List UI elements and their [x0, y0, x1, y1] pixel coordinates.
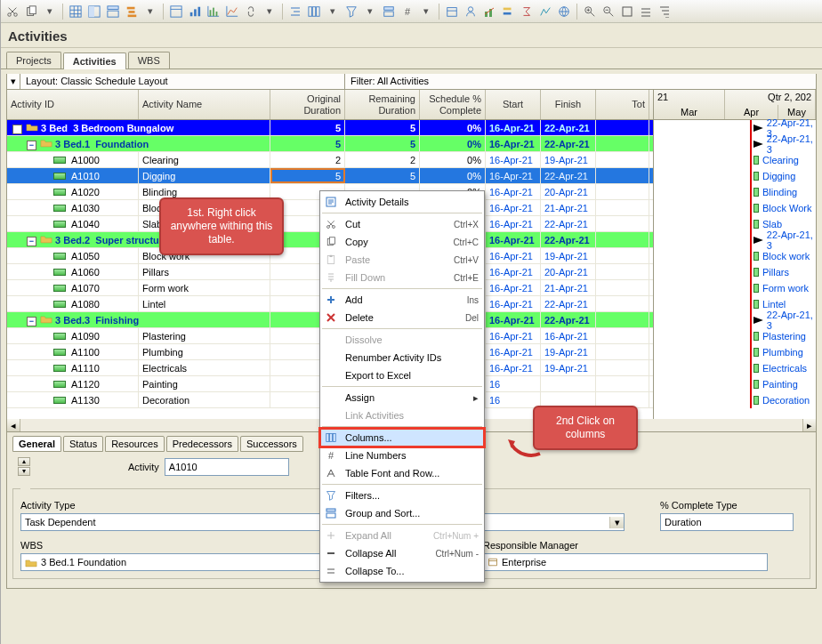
- table-icon[interactable]: [168, 4, 184, 20]
- ctx-delete[interactable]: DeleteDel: [320, 309, 484, 326]
- globe-icon[interactable]: [556, 4, 572, 20]
- col-activity-name[interactable]: Activity Name: [139, 90, 270, 119]
- activity-bar[interactable]: [754, 188, 759, 197]
- histogram-icon[interactable]: [206, 4, 222, 20]
- line-chart-icon[interactable]: [224, 4, 240, 20]
- ctx-group-sort[interactable]: Group and Sort...: [320, 504, 484, 522]
- columns-icon[interactable]: [306, 4, 322, 20]
- gantt-row[interactable]: 22-Apr-21, 3: [654, 136, 816, 152]
- gantt-row[interactable]: Blinding: [654, 184, 816, 200]
- col-remaining-duration[interactable]: Remaining Duration: [345, 90, 420, 119]
- layout-name[interactable]: Layout: Classic Schedule Layout: [20, 74, 345, 89]
- gantt-row[interactable]: Electricals: [654, 360, 816, 376]
- chart-overlay-icon[interactable]: [481, 4, 497, 20]
- barchart-icon[interactable]: [187, 4, 203, 20]
- col-original-duration[interactable]: Original Duration: [270, 90, 345, 119]
- resources-icon[interactable]: [463, 4, 479, 20]
- tab-resources[interactable]: Resources: [105, 436, 165, 452]
- prev-activity-icon[interactable]: ▴: [18, 457, 30, 466]
- copy-icon[interactable]: [23, 4, 39, 20]
- indent-icon[interactable]: [287, 4, 303, 20]
- gantt-row[interactable]: Block Work: [654, 200, 816, 216]
- calendar-icon[interactable]: [444, 4, 460, 20]
- ctx-paste[interactable]: PasteCtrl+V: [320, 251, 484, 269]
- gantt-row[interactable]: Plastering: [654, 328, 816, 344]
- sigma-icon[interactable]: [519, 4, 535, 20]
- resp-mgr-field[interactable]: Enterprise: [483, 553, 768, 571]
- gantt-row[interactable]: Decoration: [654, 392, 816, 408]
- context-menu[interactable]: Activity Details CutCtrl+X CopyCtrl+C Pa…: [319, 190, 485, 583]
- col-schedule-pct[interactable]: Schedule % Complete: [420, 90, 486, 119]
- gantt-row[interactable]: 22-Apr-21, 3: [654, 232, 816, 248]
- grid-icon[interactable]: [68, 4, 84, 20]
- expand-icon[interactable]: [657, 4, 673, 20]
- tab-activities[interactable]: Activities: [63, 52, 126, 69]
- chevron-down-icon[interactable]: ▾: [7, 74, 20, 89]
- ctx-cut[interactable]: CutCtrl+X: [320, 215, 484, 233]
- ctx-renumber[interactable]: Renumber Activity IDs: [320, 349, 484, 366]
- scroll-left-icon[interactable]: ◂: [7, 419, 20, 431]
- group-icon[interactable]: [381, 4, 397, 20]
- hash-icon[interactable]: #: [399, 4, 415, 20]
- activity-id-field[interactable]: A1010: [165, 458, 289, 476]
- activity-bar[interactable]: [754, 268, 759, 277]
- ctx-columns[interactable]: Columns...: [320, 429, 484, 447]
- baseline-icon[interactable]: [500, 4, 516, 20]
- gantt-row[interactable]: Form work: [654, 280, 816, 296]
- ctx-activity-details[interactable]: Activity Details: [320, 193, 484, 211]
- ctx-export-excel[interactable]: Export to Excel: [320, 366, 484, 384]
- activity-bar[interactable]: [754, 156, 759, 165]
- activity-bar[interactable]: [754, 220, 759, 229]
- activity-bar[interactable]: [754, 172, 759, 181]
- ctx-fill-down[interactable]: Fill DownCtrl+E: [320, 269, 484, 286]
- ctx-expand-all[interactable]: Expand AllCtrl+Num +: [320, 527, 484, 544]
- gantt-icon[interactable]: [124, 4, 140, 20]
- activity-bar[interactable]: [754, 332, 759, 341]
- gantt-row[interactable]: Digging: [654, 168, 816, 184]
- table-row[interactable]: A1000Clearing220%16-Apr-2119-Apr-21: [7, 152, 653, 168]
- ctx-copy[interactable]: CopyCtrl+C: [320, 233, 484, 251]
- activity-bar[interactable]: [754, 204, 759, 213]
- activity-bar[interactable]: [754, 300, 759, 309]
- tab-wbs[interactable]: WBS: [128, 52, 170, 68]
- activity-bar[interactable]: [754, 252, 759, 261]
- chevron-down-icon[interactable]: ▾: [418, 4, 434, 20]
- activity-bar[interactable]: [754, 364, 759, 373]
- ctx-link-activities[interactable]: Link Activities: [320, 407, 484, 424]
- tab-status[interactable]: Status: [63, 436, 103, 452]
- ctx-collapse-all[interactable]: Collapse AllCtrl+Num -: [320, 544, 484, 562]
- table-row[interactable]: − 3 Bed.1 Foundation550%16-Apr-2122-Apr-…: [7, 136, 653, 152]
- next-activity-icon[interactable]: ▾: [18, 467, 30, 476]
- gantt-row[interactable]: Plumbing: [654, 344, 816, 360]
- fit-icon[interactable]: [619, 4, 635, 20]
- link-icon[interactable]: [243, 4, 259, 20]
- ctx-filters[interactable]: Filters...: [320, 487, 484, 504]
- col-activity-id[interactable]: Activity ID: [7, 90, 139, 119]
- ctx-table-font[interactable]: Table Font and Row...: [320, 464, 484, 482]
- gantt-body[interactable]: 22-Apr-21, 322-Apr-21, 3ClearingDiggingB…: [654, 120, 816, 408]
- tab-projects[interactable]: Projects: [6, 52, 61, 68]
- tab-general[interactable]: General: [12, 436, 61, 452]
- gantt-row[interactable]: 22-Apr-21, 3: [654, 312, 816, 328]
- gantt-row[interactable]: Painting: [654, 376, 816, 392]
- funnel-icon[interactable]: [343, 4, 359, 20]
- zoom-in-icon[interactable]: [582, 4, 598, 20]
- gantt-row[interactable]: Pillars: [654, 264, 816, 280]
- table-row[interactable]: A1010Digging550%16-Apr-2122-Apr-21: [7, 168, 653, 184]
- scroll-right-icon[interactable]: ▸: [802, 419, 816, 431]
- activity-bar[interactable]: [754, 380, 759, 389]
- chevron-down-icon[interactable]: ▾: [262, 4, 278, 20]
- scissors-icon[interactable]: [4, 4, 20, 20]
- gantt-panel[interactable]: 21 Qtr 2, 202 Mar Apr May 22-Apr-21, 322…: [654, 90, 816, 419]
- chevron-down-icon[interactable]: ▾: [325, 4, 341, 20]
- tab-successors[interactable]: Successors: [240, 436, 303, 452]
- activity-bar[interactable]: [754, 284, 759, 293]
- gantt-row[interactable]: Block work: [654, 248, 816, 264]
- col-finish[interactable]: Finish: [541, 90, 596, 119]
- chevron-down-icon[interactable]: ▾: [362, 4, 378, 20]
- ctx-assign[interactable]: Assign: [320, 389, 484, 407]
- ctx-dissolve[interactable]: Dissolve: [320, 331, 484, 349]
- chevron-down-icon[interactable]: ▾: [142, 4, 158, 20]
- col-total[interactable]: Tot: [596, 90, 649, 119]
- ctx-collapse-to[interactable]: Collapse To...: [320, 562, 484, 580]
